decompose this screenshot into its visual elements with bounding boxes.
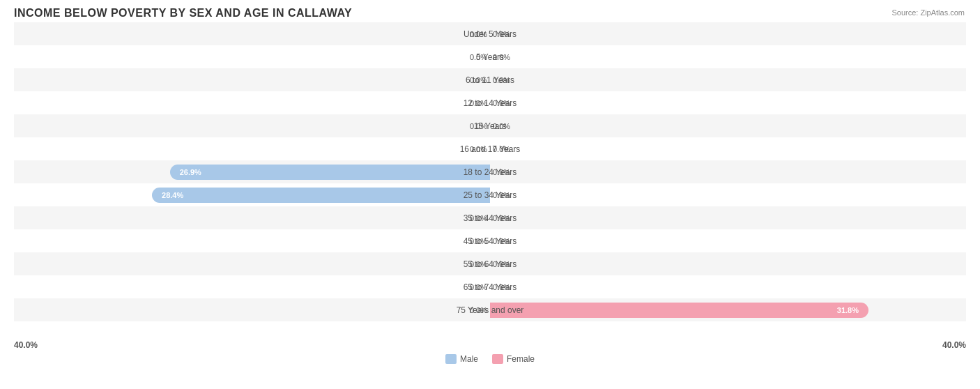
bar-left-container: 0.0% — [14, 252, 490, 275]
chart-row: 0.0%12 to 14 Years0.0% — [14, 91, 966, 114]
bar-right-container: 0.0% — [490, 68, 966, 91]
male-zero-label: 0.0% — [470, 145, 487, 153]
male-zero-label: 0.0% — [470, 306, 487, 314]
female-zero-label: 0.0% — [493, 99, 510, 107]
bar-male: 28.4% — [152, 188, 490, 203]
bar-left-container: 0.0% — [14, 91, 490, 114]
bar-right-container: 0.0% — [490, 206, 966, 229]
axis-label-left: 40.0% — [14, 340, 38, 350]
source-text: Source: ZipAtlas.com — [891, 8, 965, 17]
chart-row: 26.9%18 to 24 Years0.0% — [14, 160, 966, 183]
chart-row: 0.0%5 Years0.0% — [14, 45, 966, 68]
male-zero-label: 0.0% — [470, 214, 487, 222]
bar-left-container: 0.0% — [14, 45, 490, 68]
bar-left-container: 0.0% — [14, 114, 490, 137]
bar-right-container: 0.0% — [490, 137, 966, 160]
chart-area: 0.0%Under 5 Years0.0%0.0%5 Years0.0%0.0%… — [14, 22, 966, 335]
bar-left-container: 0.0% — [14, 298, 490, 321]
male-value-label: 28.4% — [156, 191, 183, 199]
male-zero-label: 0.0% — [470, 237, 487, 245]
chart-row: 0.0%Under 5 Years0.0% — [14, 22, 966, 45]
chart-row: 0.0%75 Years and over31.8% — [14, 298, 966, 321]
chart-title: INCOME BELOW POVERTY BY SEX AND AGE IN C… — [14, 7, 966, 20]
bar-right-container: 0.0% — [490, 229, 966, 252]
bar-male: 26.9% — [170, 165, 490, 180]
male-zero-label: 0.0% — [470, 30, 487, 38]
female-zero-label: 0.0% — [493, 283, 510, 291]
bar-right-container: 0.0% — [490, 114, 966, 137]
female-zero-label: 0.0% — [493, 145, 510, 153]
bar-right-container: 0.0% — [490, 91, 966, 114]
female-value-label: 31.8% — [837, 306, 864, 314]
male-zero-label: 0.0% — [470, 53, 487, 61]
bar-right-container: 0.0% — [490, 22, 966, 45]
bar-left-container: 0.0% — [14, 137, 490, 160]
female-zero-label: 0.0% — [493, 53, 510, 61]
chart-row: 28.4%25 to 34 Years0.0% — [14, 183, 966, 206]
female-zero-label: 0.0% — [493, 76, 510, 84]
bar-right-container: 0.0% — [490, 183, 966, 206]
chart-container: INCOME BELOW POVERTY BY SEX AND AGE IN C… — [0, 0, 980, 389]
axis-row: 40.0% 40.0% — [14, 335, 966, 351]
bar-right-container: 0.0% — [490, 275, 966, 298]
female-zero-label: 0.0% — [493, 214, 510, 222]
bar-left-container: 28.4% — [14, 183, 490, 206]
chart-row: 0.0%35 to 44 Years0.0% — [14, 206, 966, 229]
bar-left-container: 26.9% — [14, 160, 490, 183]
male-zero-label: 0.0% — [470, 260, 487, 268]
legend-female-box — [492, 354, 503, 364]
bar-left-container: 0.0% — [14, 22, 490, 45]
chart-row: 0.0%6 to 11 Years0.0% — [14, 68, 966, 91]
female-zero-label: 0.0% — [493, 237, 510, 245]
bar-right-container: 31.8% — [490, 298, 966, 321]
bar-right-container: 0.0% — [490, 160, 966, 183]
axis-label-right: 40.0% — [942, 340, 966, 350]
bar-left-container: 0.0% — [14, 275, 490, 298]
chart-row: 0.0%15 Years0.0% — [14, 114, 966, 137]
male-zero-label: 0.0% — [470, 122, 487, 130]
male-zero-label: 0.0% — [470, 99, 487, 107]
chart-row: 0.0%65 to 74 Years0.0% — [14, 275, 966, 298]
bar-right-container: 0.0% — [490, 45, 966, 68]
chart-row: 0.0%16 and 17 Years0.0% — [14, 137, 966, 160]
male-zero-label: 0.0% — [470, 76, 487, 84]
chart-row: 0.0%55 to 64 Years0.0% — [14, 252, 966, 275]
axis-left: 40.0% — [14, 339, 490, 351]
bar-left-container: 0.0% — [14, 206, 490, 229]
legend-male: Male — [445, 354, 478, 364]
bar-female: 31.8% — [490, 303, 868, 318]
female-zero-label: 0.0% — [493, 30, 510, 38]
female-zero-label: 0.0% — [493, 260, 510, 268]
male-value-label: 26.9% — [174, 168, 201, 176]
bar-right-container: 0.0% — [490, 252, 966, 275]
female-zero-label: 0.0% — [493, 168, 510, 176]
legend: Male Female — [14, 354, 966, 364]
axis-right: 40.0% — [490, 339, 966, 351]
chart-row: 0.0%45 to 54 Years0.0% — [14, 229, 966, 252]
legend-female-label: Female — [507, 354, 535, 364]
male-zero-label: 0.0% — [470, 283, 487, 291]
legend-male-label: Male — [460, 354, 478, 364]
legend-male-box — [445, 354, 457, 364]
bar-left-container: 0.0% — [14, 229, 490, 252]
legend-female: Female — [492, 354, 535, 364]
female-zero-label: 0.0% — [493, 122, 510, 130]
bar-left-container: 0.0% — [14, 68, 490, 91]
female-zero-label: 0.0% — [493, 191, 510, 199]
